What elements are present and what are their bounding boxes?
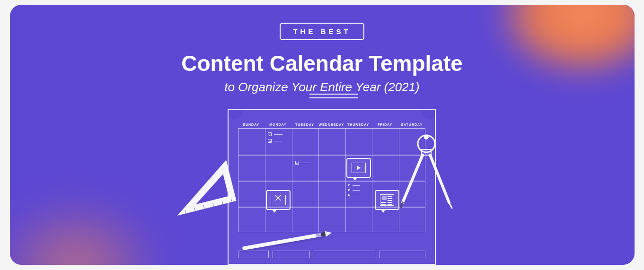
day-label: SATURDAY [398,123,425,126]
bullet-icon [348,189,350,191]
header: THE BEST Content Calendar Template to Or… [10,5,635,95]
main-title: Content Calendar Template [10,51,635,76]
blueprint-illustration: SUNDAY MONDAY TUESDAY WEDNESDAY THURSDAY… [171,95,474,265]
bullet-icon [348,184,350,186]
day-headers: SUNDAY MONDAY TUESDAY WEDNESDAY THURSDAY… [238,123,425,126]
day-label: WEDNESDAY [318,123,345,126]
subtitle: to Organize Your Entire Year (2021) [224,80,419,95]
day-label: FRIDAY [371,123,398,126]
day-label: SUNDAY [238,123,265,126]
hero-banner: THE BEST Content Calendar Template to Or… [10,5,635,265]
badge-label: THE BEST [280,23,364,40]
footer-blocks [238,251,425,258]
email-card-icon [266,190,291,210]
day-label: THURSDAY [345,123,372,126]
bullet-icon [348,194,350,196]
checkbox-icon [268,132,272,136]
day-label: TUESDAY [291,123,318,126]
video-card-icon [346,158,371,178]
svg-point-9 [424,135,429,139]
compass-icon [393,131,459,212]
day-label: MONDAY [265,123,291,126]
checkbox-icon [295,161,299,165]
checkbox-icon [268,139,272,143]
decorative-blob-bottom [10,199,161,265]
